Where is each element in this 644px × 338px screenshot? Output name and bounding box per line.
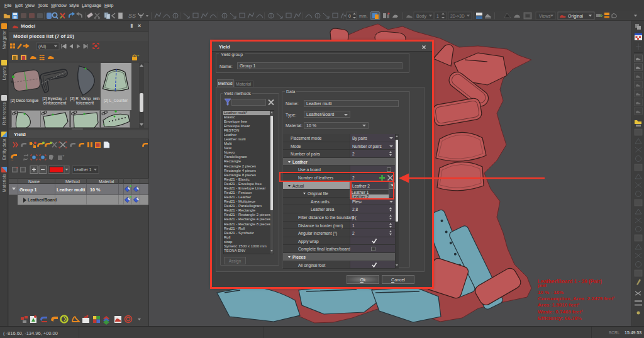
svg-text:Area: 1.5010 feet²: Area: 1.5010 feet² (538, 302, 580, 308)
svg-text:SS: SS (128, 13, 136, 19)
svg-text:1: 1 (436, 14, 439, 18)
svg-text:10 % - 10%: 10 % - 10% (538, 290, 564, 295)
svg-text:Body: Body (416, 14, 426, 19)
svg-text:Views: Views (539, 14, 551, 18)
svg-text:piel: piel (538, 283, 547, 288)
svg-text:☷: ☷ (39, 54, 45, 61)
svg-text:+: + (62, 154, 65, 157)
svg-text:+: + (137, 54, 140, 57)
svg-text:+: + (16, 166, 18, 169)
svg-text:Consumption_Area: 2.2479 feet²: Consumption_Area: 2.2479 feet² (538, 296, 615, 301)
svg-text:Efficiency: 66.78%: Efficiency: 66.78% (538, 315, 582, 321)
svg-text:Leather/Board 1 - 39 (Pair): Leather/Board 1 - 39 (Pair) (538, 279, 602, 284)
svg-text:2D->3D: 2D->3D (450, 14, 465, 18)
svg-text:...: ... (11, 158, 13, 162)
svg-text:Leather 1: Leather 1 (74, 167, 92, 172)
svg-text:Original: Original (568, 14, 584, 19)
svg-text:(All): (All) (38, 44, 46, 49)
svg-text:mm.: mm. (359, 14, 368, 18)
svg-text:Waste: 0.7469 feet²: Waste: 0.7469 feet² (538, 309, 583, 315)
svg-text:0: 0 (348, 14, 351, 18)
